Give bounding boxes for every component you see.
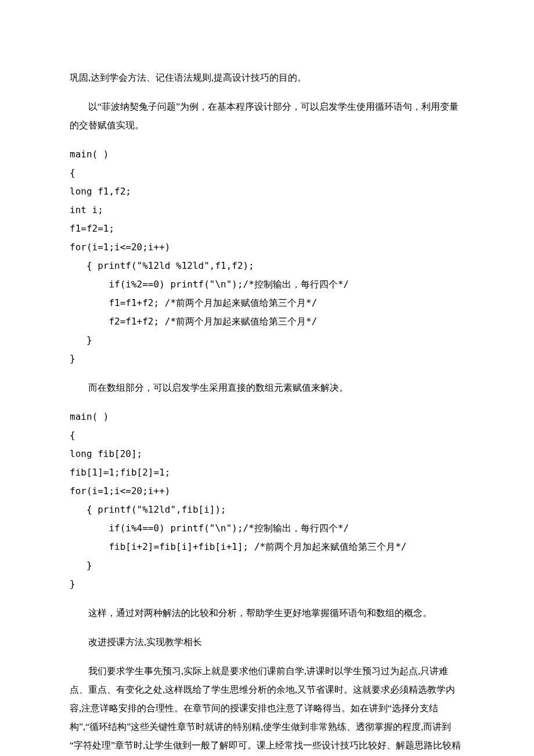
code-line: main( )	[70, 408, 464, 426]
code-line: { printf("%12ld",fib[i]);	[70, 501, 464, 519]
paragraph-intro: 巩固,达到学会方法、记住语法规则,提高设计技巧的目的。	[70, 69, 464, 87]
code-line: }	[70, 575, 464, 593]
code-block-2: main( ){long fib[20];fib[1]=1;fib[2]=1;f…	[70, 408, 464, 593]
paragraph-summary: 这样，通过对两种解法的比较和分析，帮助学生更好地掌握循环语句和数组的概念。	[70, 604, 464, 622]
code-line: {	[70, 164, 464, 182]
code-block-1: main( ){long f1,f2;int i;f1=f2=1;for(i=1…	[70, 145, 464, 368]
code-line: if(i%4==0) printf("\n");/*控制输出，每行四个*/	[70, 519, 464, 538]
code-line: main( )	[70, 145, 464, 164]
code-line: {	[70, 426, 464, 445]
code-line: if(i%2==0) printf("\n");/*控制输出，每行四个*/	[70, 275, 464, 294]
code-line: int i;	[70, 201, 464, 219]
paragraph-heading: 改进授课方法,实现教学相长	[70, 633, 464, 651]
code-line: }	[70, 556, 464, 575]
code-line: }	[70, 350, 464, 368]
code-line: long f1,f2;	[70, 182, 464, 201]
paragraph-fibonacci-intro: 以“菲波纳契兔子问题”为例，在基本程序设计部分，可以启发学生使用循环语句，利用变…	[70, 98, 464, 135]
code-line: fib[i+2]=fib[i]+fib[i+1]; /*前两个月加起来赋值给第三…	[70, 538, 464, 556]
code-line: }	[70, 331, 464, 350]
code-line: long fib[20];	[70, 445, 464, 463]
code-line: f2=f1+f2; /*前两个月加起来赋值给第三个月*/	[70, 312, 464, 331]
paragraph-array-intro: 而在数组部分，可以启发学生采用直接的数组元素赋值来解决。	[70, 379, 464, 397]
code-line: f1=f2=1;	[70, 219, 464, 238]
code-line: for(i=1;i<=20;i++)	[70, 238, 464, 257]
code-line: f1=f1+f2; /*前两个月加起来赋值给第三个月*/	[70, 294, 464, 312]
code-line: for(i=1;i<=20;i++)	[70, 482, 464, 501]
code-line: { printf("%12ld %12ld",f1,f2);	[70, 257, 464, 275]
code-line: fib[1]=1;fib[2]=1;	[70, 463, 464, 482]
paragraph-method: 我们要求学生事先预习,实际上就是要求他们课前自学,讲课时以学生预习过为起点,只讲…	[70, 662, 464, 756]
